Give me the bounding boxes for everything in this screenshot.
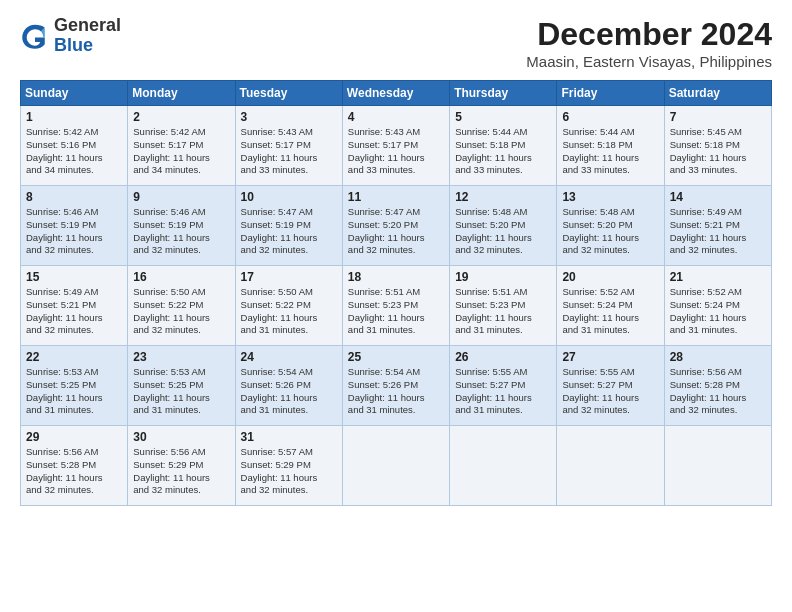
- list-item: 12 Sunrise: 5:48 AMSunset: 5:20 PMDaylig…: [450, 186, 557, 266]
- list-item: 2 Sunrise: 5:42 AMSunset: 5:17 PMDayligh…: [128, 106, 235, 186]
- list-item: 5 Sunrise: 5:44 AMSunset: 5:18 PMDayligh…: [450, 106, 557, 186]
- table-row: 1 Sunrise: 5:42 AMSunset: 5:16 PMDayligh…: [21, 106, 772, 186]
- list-item: 31 Sunrise: 5:57 AMSunset: 5:29 PMDaylig…: [235, 426, 342, 506]
- table-row: 8 Sunrise: 5:46 AMSunset: 5:19 PMDayligh…: [21, 186, 772, 266]
- title-block: December 2024 Maasin, Eastern Visayas, P…: [526, 16, 772, 70]
- list-item: 26 Sunrise: 5:55 AMSunset: 5:27 PMDaylig…: [450, 346, 557, 426]
- list-item: 10 Sunrise: 5:47 AMSunset: 5:19 PMDaylig…: [235, 186, 342, 266]
- header-tuesday: Tuesday: [235, 81, 342, 106]
- list-item: 17 Sunrise: 5:50 AMSunset: 5:22 PMDaylig…: [235, 266, 342, 346]
- list-item: 15 Sunrise: 5:49 AMSunset: 5:21 PMDaylig…: [21, 266, 128, 346]
- header-monday: Monday: [128, 81, 235, 106]
- page-subtitle: Maasin, Eastern Visayas, Philippines: [526, 53, 772, 70]
- table-row: 29 Sunrise: 5:56 AMSunset: 5:28 PMDaylig…: [21, 426, 772, 506]
- list-item: 6 Sunrise: 5:44 AMSunset: 5:18 PMDayligh…: [557, 106, 664, 186]
- list-item: 28 Sunrise: 5:56 AMSunset: 5:28 PMDaylig…: [664, 346, 771, 426]
- list-item: 29 Sunrise: 5:56 AMSunset: 5:28 PMDaylig…: [21, 426, 128, 506]
- list-item: 24 Sunrise: 5:54 AMSunset: 5:26 PMDaylig…: [235, 346, 342, 426]
- logo: General Blue: [20, 16, 121, 56]
- list-item: 25 Sunrise: 5:54 AMSunset: 5:26 PMDaylig…: [342, 346, 449, 426]
- list-item: 30 Sunrise: 5:56 AMSunset: 5:29 PMDaylig…: [128, 426, 235, 506]
- empty-cell: [450, 426, 557, 506]
- header-thursday: Thursday: [450, 81, 557, 106]
- list-item: 23 Sunrise: 5:53 AMSunset: 5:25 PMDaylig…: [128, 346, 235, 426]
- empty-cell: [342, 426, 449, 506]
- empty-cell: [664, 426, 771, 506]
- page-title: December 2024: [526, 16, 772, 53]
- table-row: 22 Sunrise: 5:53 AMSunset: 5:25 PMDaylig…: [21, 346, 772, 426]
- page: General Blue December 2024 Maasin, Easte…: [0, 0, 792, 516]
- empty-cell: [557, 426, 664, 506]
- list-item: 4 Sunrise: 5:43 AMSunset: 5:17 PMDayligh…: [342, 106, 449, 186]
- list-item: 8 Sunrise: 5:46 AMSunset: 5:19 PMDayligh…: [21, 186, 128, 266]
- list-item: 18 Sunrise: 5:51 AMSunset: 5:23 PMDaylig…: [342, 266, 449, 346]
- list-item: 9 Sunrise: 5:46 AMSunset: 5:19 PMDayligh…: [128, 186, 235, 266]
- list-item: 3 Sunrise: 5:43 AMSunset: 5:17 PMDayligh…: [235, 106, 342, 186]
- header-wednesday: Wednesday: [342, 81, 449, 106]
- list-item: 21 Sunrise: 5:52 AMSunset: 5:24 PMDaylig…: [664, 266, 771, 346]
- list-item: 27 Sunrise: 5:55 AMSunset: 5:27 PMDaylig…: [557, 346, 664, 426]
- header-friday: Friday: [557, 81, 664, 106]
- list-item: 1 Sunrise: 5:42 AMSunset: 5:16 PMDayligh…: [21, 106, 128, 186]
- calendar: Sunday Monday Tuesday Wednesday Thursday…: [20, 80, 772, 506]
- logo-general: General: [54, 16, 121, 36]
- list-item: 16 Sunrise: 5:50 AMSunset: 5:22 PMDaylig…: [128, 266, 235, 346]
- list-item: 13 Sunrise: 5:48 AMSunset: 5:20 PMDaylig…: [557, 186, 664, 266]
- list-item: 19 Sunrise: 5:51 AMSunset: 5:23 PMDaylig…: [450, 266, 557, 346]
- list-item: 22 Sunrise: 5:53 AMSunset: 5:25 PMDaylig…: [21, 346, 128, 426]
- header: General Blue December 2024 Maasin, Easte…: [20, 16, 772, 70]
- list-item: 20 Sunrise: 5:52 AMSunset: 5:24 PMDaylig…: [557, 266, 664, 346]
- list-item: 11 Sunrise: 5:47 AMSunset: 5:20 PMDaylig…: [342, 186, 449, 266]
- logo-blue: Blue: [54, 36, 121, 56]
- table-row: 15 Sunrise: 5:49 AMSunset: 5:21 PMDaylig…: [21, 266, 772, 346]
- calendar-header-row: Sunday Monday Tuesday Wednesday Thursday…: [21, 81, 772, 106]
- list-item: 7 Sunrise: 5:45 AMSunset: 5:18 PMDayligh…: [664, 106, 771, 186]
- list-item: 14 Sunrise: 5:49 AMSunset: 5:21 PMDaylig…: [664, 186, 771, 266]
- header-saturday: Saturday: [664, 81, 771, 106]
- header-sunday: Sunday: [21, 81, 128, 106]
- logo-text: General Blue: [54, 16, 121, 56]
